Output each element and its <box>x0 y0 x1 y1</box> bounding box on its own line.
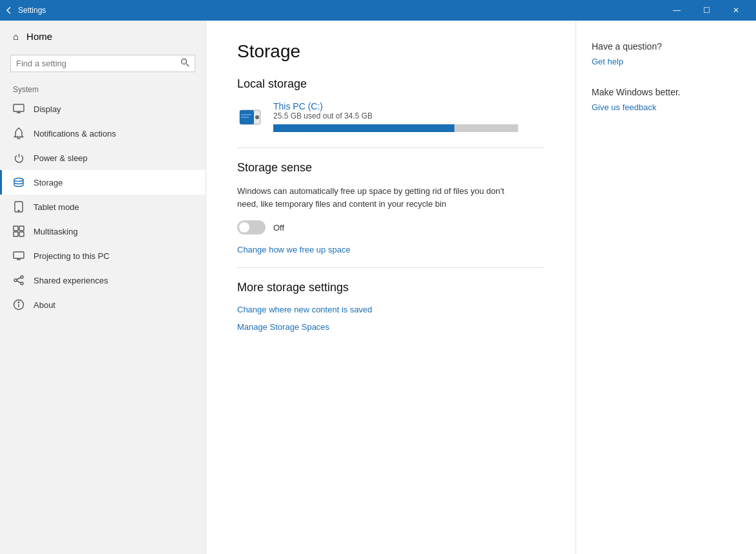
back-button[interactable] <box>5 6 13 14</box>
sidebar-item-shared[interactable]: Shared experiences <box>0 268 206 292</box>
storage-info: This PC (C:) 25.5 GB used out of 34.5 GB <box>273 101 545 132</box>
svg-rect-11 <box>14 232 18 236</box>
sidebar-item-tablet[interactable]: Tablet mode <box>0 195 206 219</box>
sidebar-item-about[interactable]: About <box>0 292 206 317</box>
sidebar-item-label-multitasking: Multitasking <box>34 227 78 236</box>
svg-point-6 <box>14 178 23 182</box>
sidebar-item-label-display: Display <box>34 104 61 114</box>
divider-2 <box>237 267 545 268</box>
storage-bar-used <box>273 124 454 132</box>
sidebar-item-storage[interactable]: Storage <box>0 170 206 195</box>
sidebar-item-display[interactable]: Display <box>0 97 206 121</box>
toggle-knob <box>239 222 249 233</box>
feedback-link[interactable]: Give us feedback <box>592 102 741 112</box>
svg-rect-27 <box>241 114 251 115</box>
sidebar-item-label-storage: Storage <box>34 178 63 187</box>
help-section: Have a question? Get help <box>592 41 741 66</box>
svg-rect-9 <box>14 226 18 231</box>
search-button[interactable] <box>180 58 189 69</box>
titlebar: Settings — ☐ ✕ <box>0 0 756 21</box>
shared-icon <box>13 274 24 286</box>
storage-bar <box>273 124 518 132</box>
have-question-label: Have a question? <box>592 41 741 52</box>
change-space-link[interactable]: Change how we free up space <box>237 245 545 254</box>
sidebar-item-power[interactable]: Power & sleep <box>0 146 206 170</box>
home-button[interactable]: ⌂ Home <box>0 21 206 52</box>
svg-point-17 <box>14 279 17 282</box>
about-icon <box>13 299 24 310</box>
app-container: ⌂ Home System Display <box>0 21 756 554</box>
svg-rect-12 <box>19 232 24 236</box>
sidebar-section-label: System <box>0 80 206 97</box>
feedback-section: Make Windows better. Give us feedback <box>592 87 741 112</box>
svg-rect-26 <box>255 115 259 119</box>
svg-line-1 <box>186 64 189 66</box>
svg-rect-10 <box>19 226 24 231</box>
svg-rect-28 <box>241 117 249 118</box>
storage-sense-toggle[interactable] <box>237 220 266 234</box>
sidebar: ⌂ Home System Display <box>0 21 206 554</box>
svg-line-19 <box>17 278 21 280</box>
get-help-link[interactable]: Get help <box>592 57 741 66</box>
storage-sense-description: Windows can automatically free up space … <box>237 185 514 210</box>
sidebar-item-label-power: Power & sleep <box>34 153 88 163</box>
more-settings-title: More storage settings <box>237 281 545 294</box>
multitasking-icon <box>13 225 24 237</box>
maximize-button[interactable]: ☐ <box>692 0 721 21</box>
svg-rect-13 <box>14 252 24 258</box>
toggle-row: Off <box>237 220 545 234</box>
home-icon: ⌂ <box>13 31 19 42</box>
storage-sense-title: Storage sense <box>237 161 545 175</box>
svg-line-20 <box>17 281 21 283</box>
svg-point-18 <box>21 282 23 285</box>
sidebar-item-multitasking[interactable]: Multitasking <box>0 219 206 244</box>
power-icon <box>13 152 24 164</box>
drive-icon <box>237 104 263 129</box>
sidebar-item-projecting[interactable]: Projecting to this PC <box>0 244 206 268</box>
sidebar-item-label-about: About <box>34 300 55 310</box>
projecting-icon <box>13 250 24 262</box>
make-better-label: Make Windows better. <box>592 87 741 97</box>
close-button[interactable]: ✕ <box>721 0 751 21</box>
notifications-icon <box>13 128 24 139</box>
tablet-icon <box>13 201 24 213</box>
change-content-link[interactable]: Change where new content is saved <box>237 305 545 314</box>
home-label: Home <box>26 31 52 42</box>
window-title: Settings <box>18 6 662 15</box>
sidebar-item-label-projecting: Projecting to this PC <box>34 251 110 261</box>
page-title: Storage <box>237 41 545 62</box>
search-box <box>10 55 195 72</box>
svg-point-0 <box>182 59 187 64</box>
minimize-button[interactable]: — <box>662 0 692 21</box>
storage-icon <box>13 177 24 188</box>
display-icon <box>13 103 24 115</box>
svg-point-16 <box>21 276 23 278</box>
search-input[interactable] <box>16 59 180 68</box>
divider-1 <box>237 148 545 148</box>
main-content: Storage Local storage This PC (C:) 25.5 … <box>206 21 576 554</box>
sidebar-item-label-tablet: Tablet mode <box>34 202 79 212</box>
drive-link[interactable]: This PC (C:) <box>273 101 323 111</box>
storage-used-text: 25.5 GB used out of 34.5 GB <box>273 111 545 120</box>
storage-device: This PC (C:) 25.5 GB used out of 34.5 GB <box>237 101 545 132</box>
local-storage-title: Local storage <box>237 77 545 91</box>
svg-point-8 <box>18 210 19 211</box>
window-controls: — ☐ ✕ <box>662 0 751 21</box>
sidebar-item-label-shared: Shared experiences <box>34 276 108 285</box>
manage-spaces-link[interactable]: Manage Storage Spaces <box>237 322 545 332</box>
toggle-label: Off <box>273 223 284 233</box>
svg-point-23 <box>18 302 19 303</box>
sidebar-item-label-notifications: Notifications & actions <box>34 129 116 138</box>
svg-rect-2 <box>14 104 24 111</box>
right-panel: Have a question? Get help Make Windows b… <box>576 21 756 554</box>
sidebar-item-notifications[interactable]: Notifications & actions <box>0 121 206 146</box>
